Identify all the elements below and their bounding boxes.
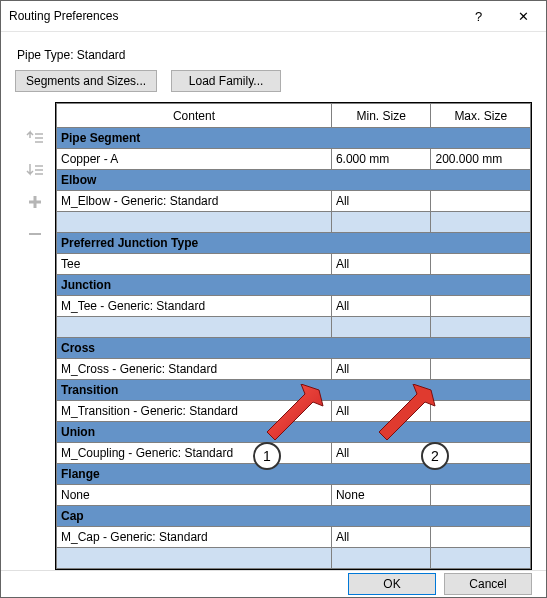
close-button[interactable]: ✕ — [501, 1, 546, 31]
dialog-footer: OK Cancel — [1, 570, 546, 597]
table-row[interactable] — [57, 548, 531, 569]
table-row[interactable]: Flange — [57, 464, 531, 485]
cell-min[interactable]: All — [331, 191, 431, 212]
table-row[interactable]: Pipe Segment — [57, 128, 531, 149]
cell-min[interactable] — [331, 317, 431, 338]
col-max[interactable]: Max. Size — [431, 104, 531, 128]
cell-min[interactable] — [331, 212, 431, 233]
section-cell[interactable]: Preferred Junction Type — [57, 233, 531, 254]
pipe-type-row: Pipe Type: Standard — [17, 48, 532, 62]
dialog-window: Routing Preferences ? ✕ Pipe Type: Stand… — [0, 0, 547, 598]
cell-max[interactable] — [431, 254, 531, 275]
section-cell[interactable]: Elbow — [57, 170, 531, 191]
cell-min[interactable]: All — [331, 527, 431, 548]
add-icon[interactable] — [25, 192, 45, 212]
close-icon: ✕ — [518, 9, 529, 24]
table-row[interactable]: Union — [57, 422, 531, 443]
cell-min[interactable]: All — [331, 296, 431, 317]
table-row[interactable]: Cap — [57, 506, 531, 527]
title-bar: Routing Preferences ? ✕ — [1, 1, 546, 32]
cell-min[interactable]: All — [331, 401, 431, 422]
section-cell[interactable]: Flange — [57, 464, 531, 485]
routing-table: Content Min. Size Max. Size Pipe Segment… — [55, 102, 532, 570]
table-row[interactable]: M_Coupling - Generic: StandardAll — [57, 443, 531, 464]
cell-max[interactable] — [431, 401, 531, 422]
cell-content[interactable]: Tee — [57, 254, 332, 275]
table-row[interactable] — [57, 317, 531, 338]
cell-max[interactable] — [431, 527, 531, 548]
cell-content[interactable]: M_Cross - Generic: Standard — [57, 359, 332, 380]
cell-content[interactable]: M_Transition - Generic: Standard — [57, 401, 332, 422]
table-row[interactable]: Transition — [57, 380, 531, 401]
section-cell[interactable]: Union — [57, 422, 531, 443]
cell-min[interactable]: All — [331, 359, 431, 380]
table-row[interactable]: Elbow — [57, 170, 531, 191]
window-title: Routing Preferences — [9, 9, 456, 23]
cell-content[interactable]: M_Cap - Generic: Standard — [57, 527, 332, 548]
table-header-row: Content Min. Size Max. Size — [57, 104, 531, 128]
cell-content[interactable] — [57, 317, 332, 338]
table-row[interactable]: Preferred Junction Type — [57, 233, 531, 254]
ok-button[interactable]: OK — [348, 573, 436, 595]
cell-max[interactable] — [431, 317, 531, 338]
help-icon: ? — [475, 9, 482, 24]
section-cell[interactable]: Transition — [57, 380, 531, 401]
pipe-type-value: Standard — [77, 48, 126, 62]
cell-max[interactable] — [431, 485, 531, 506]
move-up-icon[interactable] — [25, 128, 45, 148]
cell-max[interactable] — [431, 191, 531, 212]
table-row[interactable]: M_Cross - Generic: StandardAll — [57, 359, 531, 380]
section-cell[interactable]: Cross — [57, 338, 531, 359]
cell-max[interactable] — [431, 296, 531, 317]
col-min[interactable]: Min. Size — [331, 104, 431, 128]
table-row[interactable]: M_Tee - Generic: StandardAll — [57, 296, 531, 317]
move-down-icon[interactable] — [25, 160, 45, 180]
remove-icon[interactable] — [25, 224, 45, 244]
cell-max[interactable] — [431, 212, 531, 233]
table-row[interactable]: Cross — [57, 338, 531, 359]
section-cell[interactable]: Cap — [57, 506, 531, 527]
table-row[interactable]: M_Transition - Generic: StandardAll — [57, 401, 531, 422]
cell-max[interactable] — [431, 548, 531, 569]
cell-content[interactable]: M_Elbow - Generic: Standard — [57, 191, 332, 212]
cell-min[interactable]: 6.000 mm — [331, 149, 431, 170]
cell-max[interactable] — [431, 359, 531, 380]
cell-max[interactable] — [431, 443, 531, 464]
dialog-body: Pipe Type: Standard Segments and Sizes..… — [1, 32, 546, 570]
section-cell[interactable]: Pipe Segment — [57, 128, 531, 149]
top-button-row: Segments and Sizes... Load Family... — [15, 70, 532, 92]
cell-min[interactable]: None — [331, 485, 431, 506]
cell-content[interactable] — [57, 548, 332, 569]
cell-min[interactable] — [331, 548, 431, 569]
cell-max[interactable]: 200.000 mm — [431, 149, 531, 170]
cell-content[interactable]: M_Coupling - Generic: Standard — [57, 443, 332, 464]
cancel-button[interactable]: Cancel — [444, 573, 532, 595]
table-row[interactable]: Junction — [57, 275, 531, 296]
side-toolbar — [15, 102, 55, 570]
main-area: Content Min. Size Max. Size Pipe Segment… — [15, 102, 532, 570]
cell-content[interactable]: M_Tee - Generic: Standard — [57, 296, 332, 317]
table-row[interactable]: NoneNone — [57, 485, 531, 506]
cell-content[interactable]: None — [57, 485, 332, 506]
cell-content[interactable] — [57, 212, 332, 233]
table-row[interactable]: TeeAll — [57, 254, 531, 275]
segments-and-sizes-button[interactable]: Segments and Sizes... — [15, 70, 157, 92]
table-row[interactable]: M_Cap - Generic: StandardAll — [57, 527, 531, 548]
table-body: Pipe SegmentCopper - A6.000 mm200.000 mm… — [57, 128, 531, 569]
section-cell[interactable]: Junction — [57, 275, 531, 296]
cell-min[interactable]: All — [331, 254, 431, 275]
cell-content[interactable]: Copper - A — [57, 149, 332, 170]
table-row[interactable]: M_Elbow - Generic: StandardAll — [57, 191, 531, 212]
load-family-button[interactable]: Load Family... — [171, 70, 281, 92]
col-content[interactable]: Content — [57, 104, 332, 128]
cell-min[interactable]: All — [331, 443, 431, 464]
help-button[interactable]: ? — [456, 1, 501, 31]
table-row[interactable]: Copper - A6.000 mm200.000 mm — [57, 149, 531, 170]
pipe-type-label: Pipe Type: — [17, 48, 73, 62]
table-row[interactable] — [57, 212, 531, 233]
